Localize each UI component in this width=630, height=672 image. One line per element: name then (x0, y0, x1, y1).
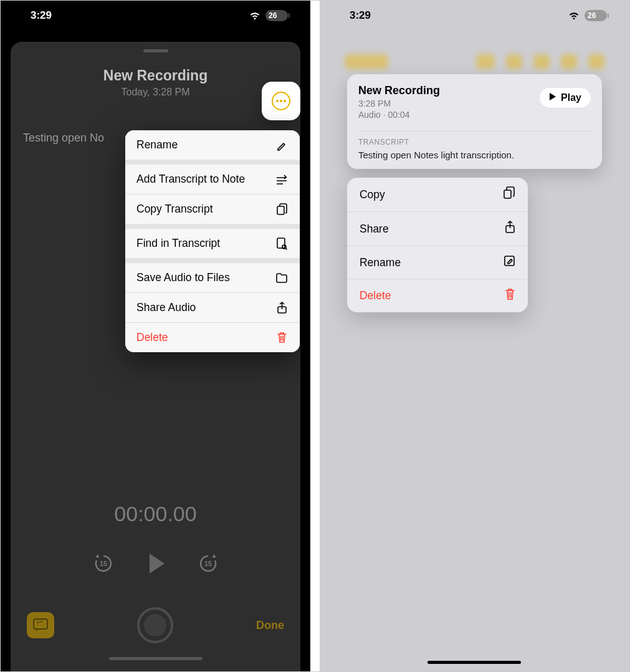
card-time: 3:28 PM (358, 98, 440, 108)
status-time: 3:29 (350, 9, 371, 22)
text-insert-icon (275, 175, 289, 185)
edit-icon (504, 255, 515, 270)
sheet-grabber[interactable] (143, 49, 168, 52)
play-icon (549, 92, 556, 103)
menu-item-delete[interactable]: Delete (125, 323, 300, 352)
transcript-button[interactable]: “” (27, 612, 54, 638)
recording-subtitle: Today, 3:28 PM (11, 87, 300, 98)
copy-icon (503, 186, 515, 203)
share-icon (275, 302, 289, 314)
menu-item-save-audio[interactable]: Save Audio to Files (125, 263, 300, 292)
menu-label: Save Audio to Files (136, 271, 230, 284)
menu-item-copy[interactable]: Copy (347, 178, 528, 211)
svg-text:“”: “” (37, 620, 43, 627)
wifi-icon (568, 11, 580, 21)
blurred-toolbar (345, 54, 604, 77)
pencil-icon (275, 140, 289, 151)
menu-label: Add Transcript to Note (136, 173, 245, 186)
play-button[interactable] (142, 550, 169, 577)
menu-label: Delete (136, 331, 168, 344)
menu-label: Share Audio (136, 301, 196, 314)
svg-text:15: 15 (99, 560, 107, 567)
phone-left-voice-memos: 3:29 26 New Recording Today, 3:28 PM Tes… (1, 1, 310, 671)
phone-right-notes: 3:29 26 New Recording 3:28 PM Audio · 00… (320, 1, 629, 671)
menu-label: Rename (136, 138, 178, 151)
folder-icon (275, 273, 289, 283)
menu-item-rename[interactable]: Rename (125, 130, 300, 160)
svg-text:15: 15 (204, 560, 211, 567)
more-button[interactable] (262, 82, 300, 120)
recording-preview-card[interactable]: New Recording 3:28 PM Audio · 00:04 Play… (347, 74, 602, 169)
menu-item-copy-transcript[interactable]: Copy Transcript (125, 194, 300, 224)
menu-label: Find in Transcript (136, 237, 220, 250)
menu-label: Copy (360, 188, 385, 201)
battery-level: 26 (588, 11, 596, 20)
svg-rect-8 (504, 190, 511, 198)
copy-icon (275, 203, 289, 216)
screenshot-divider (310, 1, 320, 671)
trash-icon (275, 332, 289, 343)
battery-icon: 26 (265, 10, 288, 21)
battery-icon: 26 (585, 10, 607, 21)
transcript-text: Testing open Notes light transcription. (358, 150, 591, 160)
card-title: New Recording (358, 84, 440, 97)
play-label: Play (561, 92, 581, 103)
menu-item-share[interactable]: Share (347, 212, 528, 246)
home-indicator[interactable] (109, 657, 203, 660)
status-time: 3:29 (31, 9, 52, 22)
player-controls: 00:00.00 15 15 “” Done (11, 502, 300, 671)
menu-item-rename[interactable]: Rename (347, 246, 528, 279)
skip-back-button[interactable]: 15 (92, 552, 115, 575)
record-button[interactable] (137, 607, 173, 643)
menu-item-share-audio[interactable]: Share Audio (125, 293, 300, 322)
play-button[interactable]: Play (540, 88, 591, 108)
home-indicator[interactable] (427, 661, 521, 664)
menu-item-delete[interactable]: Delete (347, 279, 528, 312)
svg-rect-4 (277, 206, 284, 214)
menu-label: Delete (360, 289, 391, 302)
menu-label: Share (360, 223, 389, 236)
status-bar: 3:29 26 (1, 1, 310, 27)
status-bar: 3:29 26 (320, 1, 629, 27)
card-meta: Audio · 00:04 (358, 110, 440, 120)
recording-title: New Recording (11, 67, 300, 84)
menu-item-add-transcript[interactable]: Add Transcript to Note (125, 165, 300, 194)
doc-search-icon (275, 238, 289, 250)
wifi-icon (249, 11, 261, 21)
battery-level: 26 (269, 11, 277, 20)
context-menu: Copy Share Rename Delete (347, 178, 528, 312)
share-icon (505, 221, 515, 237)
menu-label: Copy Transcript (136, 203, 213, 216)
skip-forward-button[interactable]: 15 (197, 552, 219, 575)
ellipsis-circle-icon (272, 92, 290, 110)
menu-label: Rename (360, 256, 401, 269)
context-menu: Rename Add Transcript to Note Copy Trans… (125, 130, 300, 352)
transcript-section-label: TRANSCRIPT (358, 131, 591, 146)
playback-time: 00:00.00 (11, 502, 300, 526)
svg-rect-5 (277, 238, 285, 248)
menu-item-find-transcript[interactable]: Find in Transcript (125, 229, 300, 258)
trash-icon (505, 288, 515, 304)
done-button[interactable]: Done (256, 619, 284, 632)
